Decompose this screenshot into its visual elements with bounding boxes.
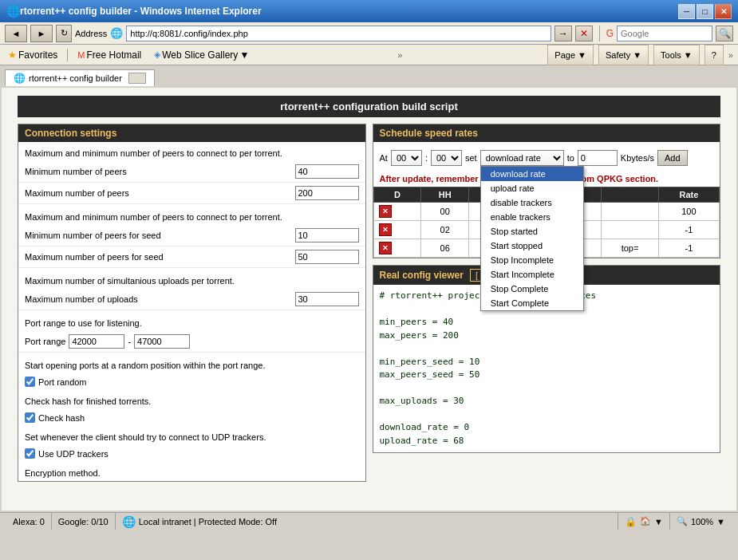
window-controls: ─ □ ✕ [678, 4, 732, 19]
refresh-stop[interactable]: ✕ [575, 26, 593, 41]
back-button[interactable]: ◄ [5, 25, 27, 42]
min-peers-label: Minimum number of peers [25, 167, 127, 176]
at-label: At [380, 153, 388, 163]
dropdown-item-upload-rate[interactable]: upload rate [481, 181, 583, 195]
max-peers-input[interactable] [295, 186, 359, 200]
schedule-header: Schedule speed rates [373, 124, 720, 142]
udp-checkbox[interactable] [25, 448, 35, 459]
cell-hh-3: 06 [421, 239, 469, 258]
webslice-link[interactable]: ◈ Web Slice Gallery ▼ [151, 48, 252, 62]
maximize-button[interactable]: □ [697, 4, 713, 19]
encryption-desc: Encryption method. [18, 465, 365, 481]
favorites-bar: ★ Favorites M Free Hotmail ◈ Web Slice G… [0, 45, 738, 65]
peers-desc: Maximum and minimum number of peers to c… [18, 145, 365, 161]
connection-settings-header: Connection settings [18, 124, 365, 142]
col-rate: Rate [658, 187, 719, 203]
port-from-input[interactable] [69, 334, 124, 349]
col-action2 [602, 187, 659, 203]
kbytes-input[interactable] [578, 150, 618, 166]
refresh-button[interactable]: ↻ [56, 25, 72, 42]
tools-menu[interactable]: Tools ▼ [653, 45, 700, 65]
down-icon: ▼ [654, 517, 663, 526]
page-menu[interactable]: Page ▼ [547, 45, 594, 65]
alexa-text: Alexa: 0 [13, 517, 45, 526]
port-to-input[interactable] [134, 334, 190, 349]
add-button[interactable]: Add [657, 150, 688, 166]
zoom-text: 100% [691, 517, 713, 526]
rate-select[interactable]: download rate upload rate disable tracke… [480, 150, 564, 166]
safety-menu[interactable]: Safety ▼ [598, 45, 649, 65]
google-text: Google: 0/10 [58, 517, 109, 526]
forward-button[interactable]: ► [30, 25, 53, 42]
search-input[interactable] [617, 26, 712, 41]
config-viewer-label: Real config viewer [380, 270, 464, 281]
dropdown-item-start-stopped[interactable]: Start stopped [481, 239, 583, 253]
search-button[interactable]: 🔍 [716, 26, 733, 41]
dropdown-item-stop-started[interactable]: Stop started [481, 224, 583, 239]
dropdown-item-stop-incomplete[interactable]: Stop Incomplete [481, 253, 583, 267]
check-hash-desc: Check hash for finished torrents. [18, 393, 365, 409]
udp-row: Use UDP trackers [18, 445, 365, 462]
at-row: At 00 : 00 set download rate [373, 145, 720, 171]
check-hash-row: Check hash [18, 409, 365, 426]
col-hh: HH [421, 187, 469, 203]
dropdown-item-start-incomplete[interactable]: Start Incomplete [481, 267, 583, 282]
max-uploads-input[interactable] [295, 292, 359, 306]
lock-section: 🔒 🏠 ▼ [618, 513, 670, 530]
cell-hh-1: 00 [421, 203, 469, 221]
hotmail-label: Free Hotmail [87, 49, 142, 61]
cell-hh-2: 02 [421, 221, 469, 239]
dropdown-item-start-complete[interactable]: Start Complete [481, 296, 583, 310]
hour-select[interactable]: 00 [391, 150, 422, 166]
cell-action2-3: top= [602, 239, 659, 258]
hotmail-icon: M [77, 50, 85, 60]
google-section: Google: 0/10 [52, 513, 116, 530]
cell-rate-1: 100 [658, 203, 719, 221]
minimize-button[interactable]: ─ [678, 4, 695, 19]
max-peers-row: Maximum number of peers [18, 183, 365, 204]
content-area: rtorrent++ configuration build script Co… [2, 88, 736, 511]
min-seed-input[interactable] [295, 228, 359, 243]
active-tab[interactable]: 🌐 rtorrent++ config builder [5, 69, 155, 86]
zoom-section: 🔍 100% ▼ [670, 513, 732, 530]
zone-text: Local intranet | Protected Mode: Off [139, 517, 277, 526]
title-icon: 🌐 [6, 5, 20, 18]
alexa-section: Alexa: 0 [6, 513, 52, 530]
colon: : [425, 153, 428, 163]
cell-rate-3: -1 [658, 239, 719, 258]
max-uploads-label: Maximum number of uploads [25, 294, 138, 304]
left-column: Connection settings Maximum and minimum … [18, 124, 366, 482]
delete-row-3[interactable]: ✕ [379, 242, 392, 254]
ie-icon: 🌐 [110, 27, 123, 39]
address-input[interactable] [126, 26, 551, 41]
dropdown-item-download-rate[interactable]: download rate [481, 167, 583, 181]
min-peers-input[interactable] [295, 164, 359, 179]
zone-section: 🌐 Local intranet | Protected Mode: Off [116, 513, 618, 530]
delete-row-1[interactable]: ✕ [379, 205, 392, 218]
dropdown-item-enable-trackers[interactable]: enable trackers [481, 210, 583, 224]
delete-row-2[interactable]: ✕ [379, 223, 392, 236]
min-select[interactable]: 00 [431, 150, 462, 166]
max-seed-input[interactable] [295, 250, 359, 264]
close-button[interactable]: ✕ [715, 4, 732, 19]
schedule-box: Schedule speed rates At 00 : 00 set [373, 124, 721, 258]
to-label: to [567, 153, 574, 163]
port-random-checkbox[interactable] [25, 377, 35, 387]
rate-select-wrapper: download rate upload rate disable tracke… [480, 150, 564, 166]
dropdown-item-stop-complete[interactable]: Stop Complete [481, 282, 583, 296]
zoom-arrow: ▼ [716, 517, 725, 526]
max-seed-row: Maximum number of peers for seed [18, 246, 365, 268]
hotmail-link[interactable]: M Free Hotmail [74, 48, 144, 62]
set-label: set [465, 153, 477, 163]
port-range-label: Port range [25, 337, 65, 346]
dropdown-item-disable-trackers[interactable]: disable trackers [481, 195, 583, 210]
check-hash-label: Check hash [38, 413, 85, 423]
favorites-button[interactable]: ★ Favorites [5, 48, 61, 62]
min-seed-label: Minimum number of peers for seed [25, 231, 161, 240]
help-button[interactable]: ? [704, 45, 724, 65]
globe-icon: 🌐 [122, 515, 136, 528]
go-button[interactable]: → [554, 26, 572, 41]
window-title: rtorrent++ config builder - Windows Inte… [20, 6, 678, 17]
check-hash-checkbox[interactable] [25, 412, 35, 423]
webslice-label: Web Slice Gallery [162, 49, 238, 61]
